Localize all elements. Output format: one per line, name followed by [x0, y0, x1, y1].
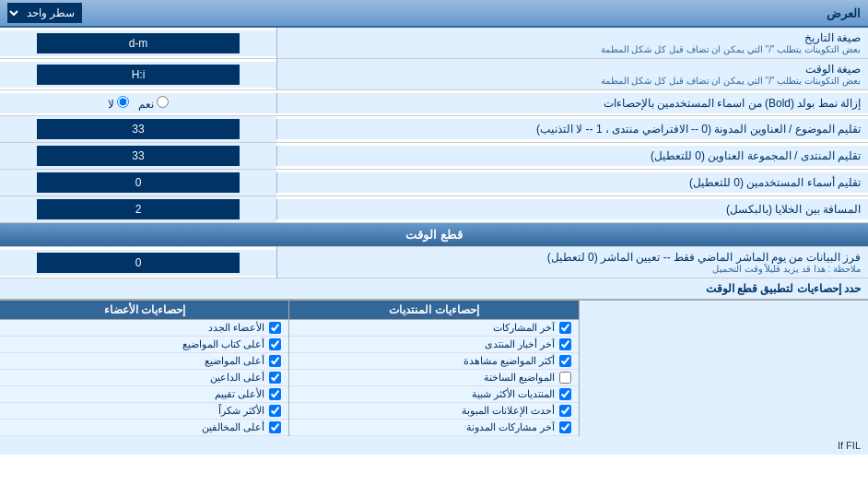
bold-remove-input-container: نعم لا	[0, 93, 276, 113]
subject-format-input[interactable]	[37, 119, 240, 139]
usernames-format-label: تقليم أسماء المستخدمين (0 للتعطيل)	[276, 172, 868, 193]
time-format-label: صيغة الوقت بعض التكوينات يتطلب "/" التي …	[276, 59, 868, 89]
date-format-input-container	[0, 30, 276, 56]
stats-member-item-1: أعلى كتاب المواضيع	[0, 337, 288, 353]
radio-no[interactable]	[117, 96, 129, 108]
date-format-row: صيغة التاريخ بعض التكوينات يتطلب "/" الت…	[0, 28, 868, 59]
stats-col-forums: إحصاءيات المنتديات آخر المشاركات آخر أخب…	[288, 301, 578, 436]
time-format-input-container	[0, 62, 276, 88]
stats-checkbox-3[interactable]	[559, 372, 571, 384]
stats-item-5: أحدث الإعلانات المبوبة	[289, 403, 578, 420]
stats-member-checkbox-3[interactable]	[269, 372, 281, 384]
radio-no-label: لا	[108, 96, 129, 111]
realtime-input-container	[0, 250, 276, 276]
stats-member-item-2: أعلى المواضيع	[0, 353, 288, 370]
stats-checkbox-4[interactable]	[559, 388, 571, 400]
stats-member-checkbox-0[interactable]	[269, 322, 281, 334]
stats-member-label-0: الأعضاء الجدد	[208, 322, 264, 334]
usernames-format-input[interactable]	[37, 172, 240, 193]
stats-member-label-6: أعلى المخالفين	[202, 421, 264, 433]
stats-member-label-5: الأكثر شكراً	[218, 405, 264, 417]
stats-checkbox-6[interactable]	[559, 421, 571, 433]
cell-gap-input[interactable]	[37, 199, 240, 219]
stats-member-checkbox-4[interactable]	[269, 388, 281, 400]
stats-item-label-2: أكثر المواضيع مشاهدة	[463, 355, 555, 367]
stats-item-label-1: آخر أخبار المنتدى	[485, 338, 555, 350]
stats-col-forums-header: إحصاءيات المنتديات	[289, 301, 578, 320]
main-container: العرض سطر واحد سطرين ثلاثة أسطر صيغة الت…	[0, 0, 868, 455]
stats-member-checkbox-5[interactable]	[269, 405, 281, 417]
header-title: العرض	[827, 6, 861, 20]
date-format-input[interactable]	[37, 33, 240, 53]
stats-member-checkbox-6[interactable]	[269, 421, 281, 433]
subject-format-input-container	[0, 116, 276, 142]
forum-format-input[interactable]	[37, 146, 240, 166]
forum-format-label: تقليم المنتدى / المجموعة العناوين (0 للت…	[276, 146, 868, 166]
stats-item-label-0: آخر المشاركات	[493, 322, 555, 334]
bold-radio-group: نعم لا	[108, 96, 170, 111]
radio-yes[interactable]	[157, 96, 169, 108]
forum-format-row: تقليم المنتدى / المجموعة العناوين (0 للت…	[0, 143, 868, 170]
stats-member-checkbox-1[interactable]	[269, 338, 281, 350]
stats-item-label-6: آخر مشاركات المدونة	[466, 421, 555, 433]
time-format-input[interactable]	[37, 65, 240, 85]
subject-format-row: تقليم الموضوع / العناوين المدونة (0 -- ا…	[0, 116, 868, 143]
realtime-input[interactable]	[37, 253, 240, 273]
realtime-label: فرز البيانات من يوم الماشر الماضي فقط --…	[276, 247, 868, 278]
apply-row: حدد إحصاءيات لتطبيق قطع الوقت	[0, 278, 868, 300]
stats-member-item-4: الأعلى تقييم	[0, 386, 288, 403]
stats-member-item-0: الأعضاء الجدد	[0, 320, 288, 337]
stats-member-checkbox-2[interactable]	[269, 355, 281, 367]
cell-gap-label: المسافة بين الخلايا (بالبكسل)	[276, 199, 868, 219]
stats-item-1: آخر أخبار المنتدى	[289, 337, 578, 353]
realtime-section-header: قطع الوقت	[0, 223, 868, 247]
stats-item-2: أكثر المواضيع مشاهدة	[289, 353, 578, 370]
subject-format-label: تقليم الموضوع / العناوين المدونة (0 -- ا…	[276, 119, 868, 139]
stats-item-4: المنتديات الأكثر شبية	[289, 386, 578, 403]
stats-item-3: المواضيع الساخنة	[289, 370, 578, 386]
stats-member-item-3: أعلى الداعين	[0, 370, 288, 386]
forum-format-input-container	[0, 143, 276, 169]
date-format-label: صيغة التاريخ بعض التكوينات يتطلب "/" الت…	[276, 28, 868, 58]
stats-section: إحصاءيات المنتديات آخر المشاركات آخر أخب…	[0, 300, 868, 436]
usernames-format-input-container	[0, 170, 276, 195]
display-select[interactable]: سطر واحد سطرين ثلاثة أسطر	[7, 3, 82, 23]
stats-item-label-4: المنتديات الأكثر شبية	[472, 388, 555, 400]
stats-checkbox-2[interactable]	[559, 355, 571, 367]
stats-member-label-4: الأعلى تقييم	[215, 388, 264, 400]
stats-item-0: آخر المشاركات	[289, 320, 578, 337]
top-header-row: العرض سطر واحد سطرين ثلاثة أسطر	[0, 0, 868, 28]
stats-member-item-5: الأكثر شكراً	[0, 403, 288, 420]
apply-label: حدد إحصاءيات لتطبيق قطع الوقت	[706, 282, 861, 295]
stats-item-label-5: أحدث الإعلانات المبوبة	[462, 405, 555, 417]
time-format-row: صيغة الوقت بعض التكوينات يتطلب "/" التي …	[0, 59, 868, 90]
bold-remove-row: إزالة نمط بولد (Bold) من اسماء المستخدمي…	[0, 90, 868, 116]
stats-checkbox-0[interactable]	[559, 322, 571, 334]
bold-remove-label: إزالة نمط بولد (Bold) من اسماء المستخدمي…	[276, 93, 868, 113]
usernames-format-row: تقليم أسماء المستخدمين (0 للتعطيل)	[0, 170, 868, 196]
cell-gap-input-container	[0, 196, 276, 222]
radio-yes-label: نعم	[138, 96, 169, 111]
stats-item-6: آخر مشاركات المدونة	[289, 420, 578, 436]
bottom-text: If FIL	[0, 436, 868, 455]
cell-gap-row: المسافة بين الخلايا (بالبكسل)	[0, 196, 868, 223]
realtime-row: فرز البيانات من يوم الماشر الماضي فقط --…	[0, 247, 868, 278]
stats-empty-col	[579, 301, 868, 436]
stats-member-label-3: أعلى الداعين	[210, 372, 264, 384]
stats-member-label-2: أعلى المواضيع	[205, 355, 264, 367]
stats-item-label-3: المواضيع الساخنة	[484, 372, 555, 384]
stats-member-label-1: أعلى كتاب المواضيع	[182, 338, 264, 350]
stats-checkbox-1[interactable]	[559, 338, 571, 350]
stats-col-members-header: إحصاءيات الأعضاء	[0, 301, 288, 320]
stats-col-members: إحصاءيات الأعضاء الأعضاء الجدد أعلى كتاب…	[0, 301, 288, 436]
stats-checkbox-5[interactable]	[559, 405, 571, 417]
stats-member-item-6: أعلى المخالفين	[0, 420, 288, 436]
